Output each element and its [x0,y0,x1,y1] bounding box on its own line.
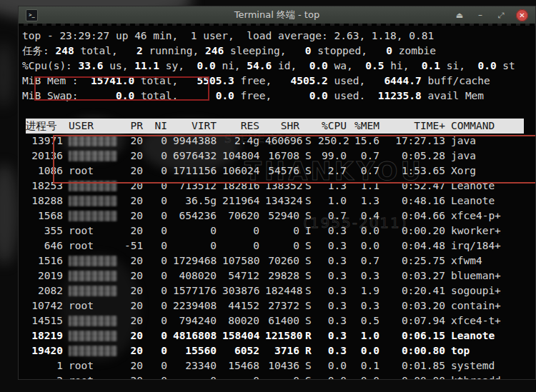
column-header-mem: %MEM [352,119,379,134]
process-row-13971: 1397120099443882.4g460696S250.215.617:27… [26,134,524,149]
minimize-button[interactable]: – [475,9,486,21]
process-row-1086: 1086root200171115610602454576S2.70.71:53… [26,164,524,179]
top-output: top - 23:29:27 up 46 min, 1 user, load a… [22,29,522,104]
censored-username [69,151,117,161]
column-header-time: TIME+ [385,119,445,134]
wallpaper-texture [0,43,14,107]
censored-username [69,346,117,356]
process-row-1516: 1516200172946810758070260S0.30.70:25.75x… [26,253,524,268]
maximize-button[interactable]: ⤢ [495,9,507,21]
process-row-355: 355root200000I0.30.00:00.20kworker+ [26,223,524,238]
terminal-content[interactable]: STEVE JOBS THANKYOU (1955-2011) top - 23… [19,26,535,379]
process-row-1568: 15682006542367062052940S0.70.40:04.66xfc… [26,208,524,223]
close-button[interactable]: ✕ [516,9,528,21]
process-row-14515: 145152007942408002061400S0.30.50:07.94xf… [26,313,524,328]
summary-line: top - 23:29:27 up 46 min, 1 user, load a… [22,29,522,44]
column-header-virt: VIRT [173,119,217,134]
process-row-646: 646root-510000S0.30.00:04.48irq/184+ [26,238,524,253]
summary-line: %Cpu(s): 33.6 us, 11.1 sy, 0.0 ni, 54.6 … [22,59,522,74]
window-controls: ⏏ – ⤢ ✕ [454,9,528,21]
censored-username [69,286,117,296]
censored-username [69,256,117,266]
process-row-20136: 20136200697643210480416708S99.00.70:05.2… [26,149,524,164]
censored-username [69,271,117,281]
censored-username [69,316,117,326]
process-row-2: 2root200000S0.00.00:00.00kthreadd [26,373,524,379]
column-header-cpu: %CPU [318,119,347,134]
process-row-10742: 10742root20022394084415227372S0.30.30:03… [26,298,524,313]
terminal-icon-glyph: >_ [29,13,34,18]
top-summary: top - 23:29:27 up 46 min, 1 user, load a… [22,29,522,104]
process-row-18253: 18253200713512182816138352S1.31.10:52.47… [26,179,524,194]
censored-username [69,136,117,146]
process-table: 进程号USERPRNIVIRTRESSHR%CPU%MEMTIME+COMMAN… [26,119,524,379]
process-row-18288: 1828820036.5g211964134324S1.01.30:48.16L… [26,194,524,208]
process-row-2019: 20192004080205471229828S0.30.30:03.27blu… [26,268,524,283]
process-row-1: 1root200233401546810436S0.00.10:01.85sys… [26,358,524,373]
column-header-user: USER [69,119,119,134]
shade-button[interactable]: ⏏ [454,9,465,21]
process-row-18219: 182192004816808158404121580R0.31.00:06.1… [26,328,524,343]
column-header-ni: NI [149,119,167,134]
column-header-shr: SHR [265,119,299,134]
column-header-cmd: COMMAND [451,119,524,134]
desktop: >_ Terminal 终端 - top ⏏ – ⤢ ✕ STEVE JOBS … [0,0,536,392]
summary-line: 任务: 248 total, 2 running, 246 sleeping, … [22,44,522,59]
wallpaper-texture [0,164,19,264]
process-table-header: 进程号USERPRNIVIRTRESSHR%CPU%MEMTIME+COMMAN… [26,119,524,134]
censored-username [69,181,117,191]
titlebar[interactable]: >_ Terminal 终端 - top ⏏ – ⤢ ✕ [19,6,535,24]
summary-line: MiB Swap: 0.0 total, 0.0 free, 0.0 used.… [22,89,522,104]
column-header-pid: 进程号 [26,119,63,134]
process-row-2082: 20822001577176303876182448S0.31.90:20.41… [26,283,524,298]
column-header-res: RES [222,119,259,134]
column-header-pr: PR [124,119,143,134]
censored-username [69,196,117,206]
column-header-s [305,119,312,134]
terminal-icon: >_ [26,9,38,21]
censored-username [69,331,117,341]
censored-username [69,211,117,221]
process-row-19420: 194202001556060523716R0.30.00:00.80top [26,343,524,358]
terminal-window: >_ Terminal 终端 - top ⏏ – ⤢ ✕ STEVE JOBS … [18,6,536,380]
summary-line: MiB Mem : 15741.0 total, 5505.3 free, 45… [22,74,522,89]
